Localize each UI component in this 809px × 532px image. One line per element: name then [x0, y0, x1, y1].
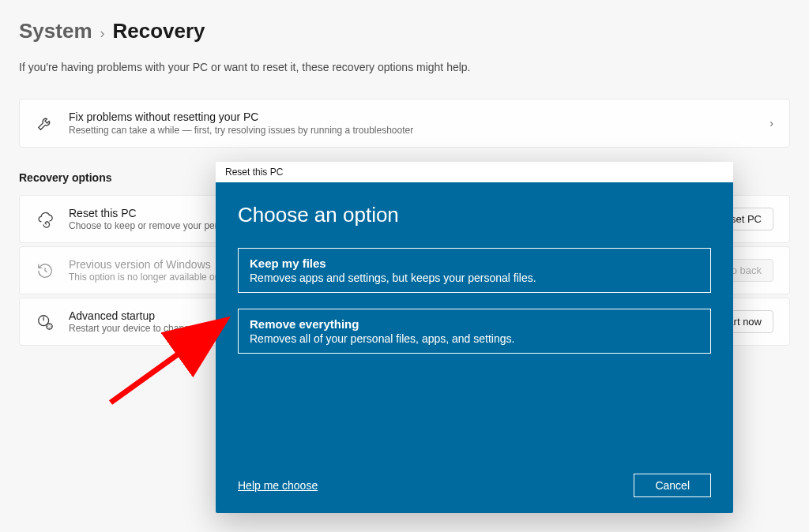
- wrench-icon: [36, 114, 55, 133]
- remove-everything-desc: Removes all of your personal files, apps…: [250, 332, 699, 345]
- keep-my-files-option[interactable]: Keep my files Removes apps and settings,…: [238, 248, 711, 293]
- keep-files-desc: Removes apps and settings, but keeps you…: [250, 272, 699, 284]
- cloud-reset-icon: [36, 210, 55, 229]
- page-subtitle: If you're having problems with your PC o…: [19, 61, 790, 73]
- breadcrumb-parent[interactable]: System: [19, 19, 92, 43]
- breadcrumb-current: Recovery: [113, 19, 205, 43]
- fix-problems-desc: Resetting can take a while — first, try …: [69, 125, 755, 136]
- chevron-right-icon: ›: [100, 25, 105, 42]
- breadcrumb: System › Recovery: [19, 19, 790, 43]
- dialog-titlebar: Reset this PC: [216, 162, 733, 182]
- history-icon: [36, 261, 55, 280]
- fix-problems-title: Fix problems without resetting your PC: [69, 111, 755, 123]
- remove-everything-option[interactable]: Remove everything Removes all of your pe…: [238, 309, 711, 354]
- keep-files-title: Keep my files: [250, 257, 699, 270]
- dialog-heading: Choose an option: [238, 203, 711, 227]
- power-gear-icon: [36, 313, 55, 332]
- fix-problems-card[interactable]: Fix problems without resetting your PC R…: [19, 99, 790, 148]
- reset-pc-dialog: Reset this PC Choose an option Keep my f…: [216, 162, 733, 513]
- cancel-button[interactable]: Cancel: [634, 474, 711, 497]
- remove-everything-title: Remove everything: [250, 317, 699, 331]
- chevron-right-icon: ›: [769, 117, 773, 129]
- help-me-choose-link[interactable]: Help me choose: [238, 479, 318, 492]
